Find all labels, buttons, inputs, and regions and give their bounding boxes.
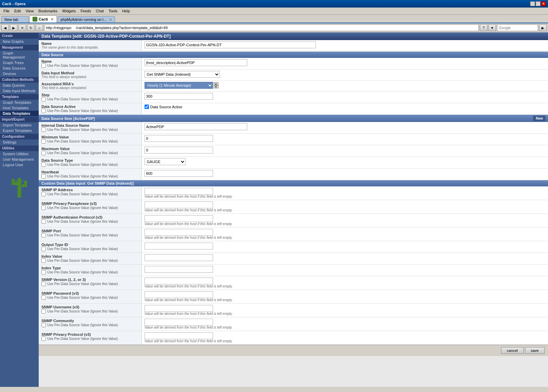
ds-name-checkbox[interactable] bbox=[41, 63, 46, 68]
custom-input-9[interactable] bbox=[145, 305, 213, 312]
maximize-button[interactable]: □ bbox=[536, 1, 540, 6]
dsi-max-checkbox[interactable] bbox=[41, 151, 46, 155]
custom-label-cell-0: SNMP IP Address Use Per-Data Source Valu… bbox=[39, 186, 141, 200]
sidebar-item-new-graphs[interactable]: New Graphs bbox=[0, 39, 39, 44]
custom-field-row: SNMP Community Use Per-Data Source Value… bbox=[39, 317, 548, 331]
rra-spin-down[interactable]: ▼ bbox=[214, 85, 219, 88]
menu-file[interactable]: File bbox=[1, 8, 12, 14]
custom-input-8[interactable] bbox=[145, 291, 213, 298]
search-go[interactable]: ▶ bbox=[539, 24, 547, 31]
dsi-max-input[interactable] bbox=[145, 147, 213, 154]
sidebar-item-devices[interactable]: Devices bbox=[0, 71, 39, 76]
custom-input-4[interactable] bbox=[145, 243, 213, 249]
close-button[interactable]: ✕ bbox=[541, 1, 546, 6]
dsi-internal-name-checkbox[interactable] bbox=[41, 127, 46, 132]
custom-checkbox-10[interactable] bbox=[41, 323, 46, 327]
custom-checkbox-3[interactable] bbox=[41, 233, 46, 237]
custom-checkbox-9[interactable] bbox=[41, 309, 46, 314]
tab-close-cacti[interactable]: ✕ bbox=[51, 17, 53, 21]
sidebar-item-logout-user[interactable]: Logout User bbox=[0, 162, 39, 168]
dsi-type-select[interactable]: GAUGE bbox=[145, 158, 186, 165]
menu-help[interactable]: Help bbox=[120, 8, 132, 14]
rra-spin-up[interactable]: ▲ bbox=[214, 82, 219, 85]
sidebar-item-graph-trees[interactable]: Graph Trees bbox=[0, 60, 39, 65]
sidebar-item-data-sources[interactable]: Data Sources bbox=[0, 65, 39, 71]
custom-checkbox-6[interactable] bbox=[41, 270, 46, 274]
custom-checkbox-8[interactable] bbox=[41, 295, 46, 300]
sidebar-item-data-templates[interactable]: Data Templates bbox=[0, 111, 39, 116]
ds-active-checkbox[interactable] bbox=[41, 109, 46, 113]
dsi-heartbeat-input[interactable] bbox=[145, 170, 213, 177]
custom-input-11[interactable] bbox=[145, 332, 213, 339]
sidebar-item-host-templates[interactable]: Host Templates bbox=[0, 105, 39, 111]
nav-dropdown[interactable]: ▼ bbox=[488, 24, 496, 31]
dsi-type-checkbox[interactable] bbox=[41, 162, 46, 167]
dsi-heartbeat-checkbox[interactable] bbox=[41, 174, 46, 179]
menu-edit[interactable]: Edit bbox=[12, 8, 23, 14]
custom-input-5[interactable] bbox=[145, 254, 213, 261]
sidebar-item-settings[interactable]: Settings bbox=[0, 139, 39, 145]
tab-close-phpmyadmin[interactable]: ✕ bbox=[109, 18, 112, 22]
cacti-tab-icon bbox=[33, 17, 37, 22]
custom-checkbox-4[interactable] bbox=[41, 247, 46, 251]
custom-checkbox-11[interactable] bbox=[41, 336, 46, 341]
dsi-min-row: Minimum Value Use Per-Data Source Value … bbox=[39, 134, 548, 145]
sidebar-item-data-input-methods[interactable]: Data Input Methods bbox=[0, 88, 39, 94]
dsi-internal-name-input[interactable] bbox=[145, 123, 247, 130]
address-bar[interactable] bbox=[44, 24, 479, 31]
tabbar: New tab Cacti ✕ phpMyAdmin running on l.… bbox=[0, 15, 548, 23]
custom-checkbox-1[interactable] bbox=[41, 206, 46, 210]
custom-checkbox-row-7: Use Per-Data Source Value (Ignore this V… bbox=[41, 282, 139, 286]
menu-feeds[interactable]: Feeds bbox=[78, 8, 93, 14]
sidebar-item-graph-templates[interactable]: Graph Templates bbox=[0, 100, 39, 105]
sidebar-item-export-templates[interactable]: Export Templates bbox=[0, 128, 39, 133]
menu-view[interactable]: View bbox=[24, 8, 36, 14]
ds-name-input[interactable] bbox=[145, 59, 247, 66]
custom-input-10[interactable] bbox=[145, 319, 213, 326]
nav-home[interactable]: ⌂ bbox=[36, 24, 43, 31]
sidebar-item-user-management[interactable]: User Management bbox=[0, 157, 39, 162]
name-input[interactable] bbox=[145, 41, 316, 48]
dsi-new-badge[interactable]: New bbox=[533, 116, 545, 121]
dsi-internal-name-value-cell bbox=[141, 122, 548, 134]
nav-forward[interactable]: ▶ bbox=[10, 24, 17, 31]
save-button[interactable]: save bbox=[525, 347, 545, 354]
custom-input-0[interactable] bbox=[145, 188, 213, 195]
ds-input-method-select[interactable]: Get SNMP Data (Indexed) bbox=[145, 71, 220, 78]
minimize-button[interactable]: _ bbox=[530, 1, 535, 6]
ds-step-input[interactable] bbox=[145, 93, 213, 100]
custom-checkbox-7[interactable] bbox=[41, 282, 46, 286]
dsi-min-checkbox[interactable] bbox=[41, 139, 46, 144]
custom-checkbox-2[interactable] bbox=[41, 219, 46, 224]
menu-widgets[interactable]: Widgets bbox=[60, 8, 78, 14]
ds-step-checkbox[interactable] bbox=[41, 97, 46, 101]
ds-name-value-cell bbox=[141, 58, 548, 70]
cancel-button[interactable]: cancel bbox=[501, 347, 524, 354]
custom-input-7[interactable] bbox=[145, 278, 213, 284]
tab-new[interactable]: New tab bbox=[1, 16, 29, 23]
custom-value-cell-5 bbox=[141, 253, 548, 265]
ds-rra-select[interactable]: Hourly (1 Minute Average) bbox=[145, 82, 213, 89]
nav-reload[interactable]: ↻ bbox=[27, 24, 35, 31]
sidebar-item-import-templates[interactable]: Import Templates bbox=[0, 122, 39, 128]
help-button[interactable]: ? bbox=[480, 24, 487, 31]
sidebar-item-graph-management[interactable]: Graph Management bbox=[0, 50, 39, 60]
sidebar-item-data-queries[interactable]: Data Queries bbox=[0, 83, 39, 88]
ds-active-toggle[interactable] bbox=[145, 105, 149, 109]
custom-input-2[interactable] bbox=[145, 215, 213, 222]
custom-checkbox-5[interactable] bbox=[41, 258, 46, 263]
sidebar-item-system-utilities[interactable]: System Utilities bbox=[0, 151, 39, 157]
tab-phpmyadmin[interactable]: phpMyAdmin running on l... ✕ bbox=[58, 16, 115, 23]
dsi-min-input[interactable] bbox=[145, 135, 213, 142]
menu-tools[interactable]: Tools bbox=[107, 8, 120, 14]
nav-back[interactable]: ◀ bbox=[1, 24, 9, 31]
custom-input-6[interactable] bbox=[145, 266, 213, 273]
menu-chat[interactable]: Chat bbox=[94, 8, 106, 14]
custom-input-1[interactable] bbox=[145, 201, 213, 208]
tab-cacti[interactable]: Cacti ✕ bbox=[29, 15, 57, 23]
custom-input-3[interactable] bbox=[145, 229, 213, 236]
menu-bookmarks[interactable]: Bookmarks bbox=[36, 8, 59, 14]
custom-checkbox-0[interactable] bbox=[41, 192, 46, 196]
search-input[interactable] bbox=[497, 24, 538, 31]
nav-stop[interactable]: ✕ bbox=[18, 24, 26, 31]
